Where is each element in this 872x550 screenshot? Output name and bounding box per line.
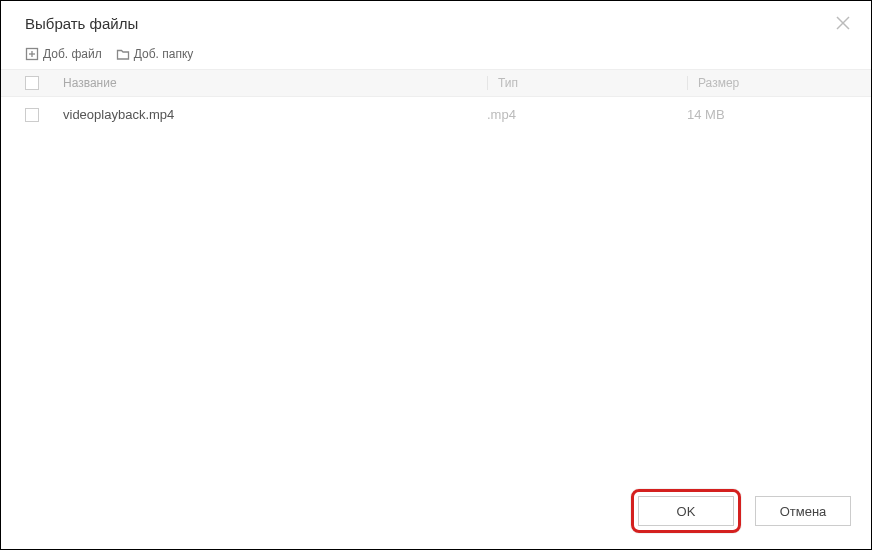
table-header: Название Тип Размер xyxy=(1,69,871,97)
close-button[interactable] xyxy=(833,13,853,33)
cancel-button[interactable]: Отмена xyxy=(755,496,851,526)
ok-button[interactable]: OK xyxy=(638,496,734,526)
row-size: 14 MB xyxy=(687,107,847,122)
row-type: .mp4 xyxy=(487,107,687,122)
ok-highlight-annotation: OK xyxy=(631,489,741,533)
empty-area xyxy=(1,132,871,477)
column-header-name[interactable]: Название xyxy=(61,76,487,90)
file-select-dialog: Выбрать файлы Доб. файл Доб. папку Назва… xyxy=(1,1,871,549)
row-checkbox[interactable] xyxy=(25,108,39,122)
dialog-header: Выбрать файлы xyxy=(1,1,871,43)
table-row[interactable]: videoplayback.mp4 .mp4 14 MB xyxy=(1,97,871,132)
close-icon xyxy=(836,16,850,30)
add-folder-button[interactable]: Доб. папку xyxy=(116,47,194,61)
add-file-icon xyxy=(25,47,39,61)
add-file-button[interactable]: Доб. файл xyxy=(25,47,102,61)
add-folder-label: Доб. папку xyxy=(134,47,194,61)
column-header-size[interactable]: Размер xyxy=(687,76,847,90)
folder-icon xyxy=(116,47,130,61)
row-name: videoplayback.mp4 xyxy=(61,107,487,122)
dialog-title: Выбрать файлы xyxy=(25,15,138,32)
select-all-checkbox[interactable] xyxy=(25,76,39,90)
toolbar: Доб. файл Доб. папку xyxy=(1,43,871,69)
column-header-type[interactable]: Тип xyxy=(487,76,687,90)
add-file-label: Доб. файл xyxy=(43,47,102,61)
dialog-footer: OK Отмена xyxy=(1,477,871,549)
